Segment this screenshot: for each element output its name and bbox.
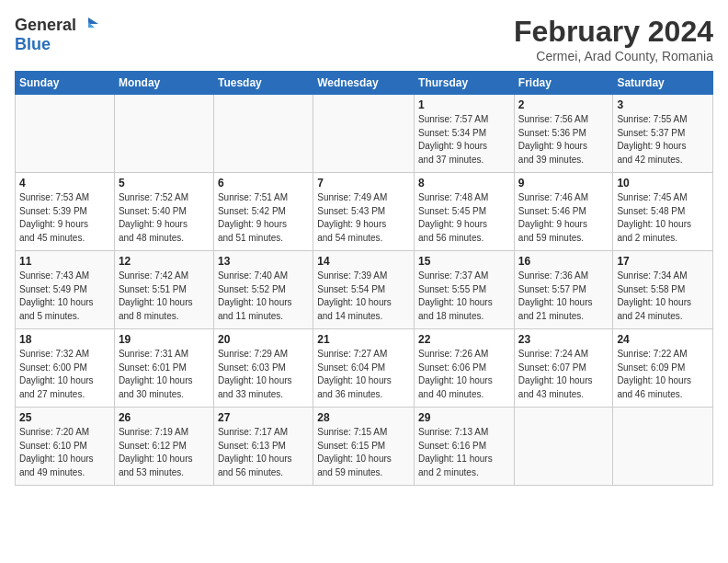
calendar-cell: 11Sunrise: 7:43 AM Sunset: 5:49 PM Dayli… <box>16 251 115 329</box>
day-info: Sunrise: 7:20 AM Sunset: 6:10 PM Dayligh… <box>19 426 110 479</box>
day-number: 10 <box>617 177 709 190</box>
weekday-header-sunday: Sunday <box>16 72 115 95</box>
day-number: 24 <box>617 333 709 346</box>
day-info: Sunrise: 7:49 AM Sunset: 5:43 PM Dayligh… <box>317 191 410 245</box>
calendar-title: February 2024 <box>514 15 713 49</box>
day-info: Sunrise: 7:17 AM Sunset: 6:13 PM Dayligh… <box>218 426 309 479</box>
day-number: 4 <box>19 177 110 190</box>
calendar-cell: 4Sunrise: 7:53 AM Sunset: 5:39 PM Daylig… <box>16 173 115 251</box>
svg-marker-0 <box>88 17 98 24</box>
calendar-cell: 25Sunrise: 7:20 AM Sunset: 6:10 PM Dayli… <box>16 408 115 486</box>
day-number: 6 <box>218 177 309 190</box>
day-number: 23 <box>518 333 609 346</box>
logo-general-text: General <box>15 16 76 35</box>
calendar-cell: 9Sunrise: 7:46 AM Sunset: 5:46 PM Daylig… <box>514 173 613 251</box>
logo-blue-text: Blue <box>15 35 51 54</box>
calendar-cell: 20Sunrise: 7:29 AM Sunset: 6:03 PM Dayli… <box>213 329 313 408</box>
day-info: Sunrise: 7:24 AM Sunset: 6:07 PM Dayligh… <box>518 348 609 401</box>
day-info: Sunrise: 7:27 AM Sunset: 6:04 PM Dayligh… <box>317 348 410 401</box>
day-number: 7 <box>317 177 410 190</box>
day-info: Sunrise: 7:57 AM Sunset: 5:34 PM Dayligh… <box>418 113 510 167</box>
calendar-cell <box>313 95 415 173</box>
calendar-week-3: 11Sunrise: 7:43 AM Sunset: 5:49 PM Dayli… <box>16 251 713 329</box>
day-number: 20 <box>218 333 309 346</box>
day-number: 19 <box>119 333 210 346</box>
day-number: 17 <box>617 255 709 268</box>
day-info: Sunrise: 7:51 AM Sunset: 5:42 PM Dayligh… <box>218 191 309 245</box>
calendar-cell: 22Sunrise: 7:26 AM Sunset: 6:06 PM Dayli… <box>415 329 515 408</box>
day-number: 25 <box>19 411 110 424</box>
day-number: 9 <box>518 177 609 190</box>
day-info: Sunrise: 7:45 AM Sunset: 5:48 PM Dayligh… <box>617 191 709 245</box>
calendar-cell: 5Sunrise: 7:52 AM Sunset: 5:40 PM Daylig… <box>114 173 213 251</box>
day-info: Sunrise: 7:56 AM Sunset: 5:36 PM Dayligh… <box>518 113 609 167</box>
weekday-header-saturday: Saturday <box>613 72 713 95</box>
day-info: Sunrise: 7:37 AM Sunset: 5:55 PM Dayligh… <box>418 270 510 323</box>
day-info: Sunrise: 7:15 AM Sunset: 6:15 PM Dayligh… <box>317 426 410 479</box>
calendar-cell: 12Sunrise: 7:42 AM Sunset: 5:51 PM Dayli… <box>114 251 213 329</box>
day-info: Sunrise: 7:26 AM Sunset: 6:06 PM Dayligh… <box>418 348 510 401</box>
day-number: 2 <box>518 98 609 111</box>
day-info: Sunrise: 7:55 AM Sunset: 5:37 PM Dayligh… <box>617 113 709 167</box>
calendar-cell <box>514 408 613 486</box>
weekday-header-wednesday: Wednesday <box>313 72 415 95</box>
day-number: 12 <box>119 255 210 268</box>
day-number: 11 <box>19 255 110 268</box>
day-number: 18 <box>19 333 110 346</box>
weekday-header-monday: Monday <box>114 72 213 95</box>
day-number: 29 <box>418 411 510 424</box>
calendar-cell: 27Sunrise: 7:17 AM Sunset: 6:13 PM Dayli… <box>213 408 313 486</box>
calendar-cell <box>16 95 115 173</box>
logo: General Blue <box>15 15 98 54</box>
calendar-cell: 7Sunrise: 7:49 AM Sunset: 5:43 PM Daylig… <box>313 173 415 251</box>
day-number: 22 <box>418 333 510 346</box>
day-info: Sunrise: 7:46 AM Sunset: 5:46 PM Dayligh… <box>518 191 609 245</box>
day-number: 21 <box>317 333 410 346</box>
day-info: Sunrise: 7:31 AM Sunset: 6:01 PM Dayligh… <box>119 348 210 401</box>
calendar-cell: 3Sunrise: 7:55 AM Sunset: 5:37 PM Daylig… <box>613 95 713 173</box>
day-number: 1 <box>418 98 510 111</box>
day-info: Sunrise: 7:19 AM Sunset: 6:12 PM Dayligh… <box>119 426 210 479</box>
day-info: Sunrise: 7:13 AM Sunset: 6:16 PM Dayligh… <box>418 426 510 479</box>
day-number: 5 <box>119 177 210 190</box>
day-number: 15 <box>418 255 510 268</box>
calendar-cell: 15Sunrise: 7:37 AM Sunset: 5:55 PM Dayli… <box>415 251 515 329</box>
day-info: Sunrise: 7:42 AM Sunset: 5:51 PM Dayligh… <box>119 270 210 323</box>
weekday-header-row: SundayMondayTuesdayWednesdayThursdayFrid… <box>16 72 713 95</box>
calendar-cell: 2Sunrise: 7:56 AM Sunset: 5:36 PM Daylig… <box>514 95 613 173</box>
day-number: 14 <box>317 255 410 268</box>
day-number: 13 <box>218 255 309 268</box>
calendar-cell: 28Sunrise: 7:15 AM Sunset: 6:15 PM Dayli… <box>313 408 415 486</box>
day-info: Sunrise: 7:34 AM Sunset: 5:58 PM Dayligh… <box>617 270 709 323</box>
calendar-week-2: 4Sunrise: 7:53 AM Sunset: 5:39 PM Daylig… <box>16 173 713 251</box>
calendar-week-4: 18Sunrise: 7:32 AM Sunset: 6:00 PM Dayli… <box>16 329 713 408</box>
weekday-header-tuesday: Tuesday <box>213 72 313 95</box>
day-info: Sunrise: 7:53 AM Sunset: 5:39 PM Dayligh… <box>19 191 110 245</box>
day-info: Sunrise: 7:22 AM Sunset: 6:09 PM Dayligh… <box>617 348 709 401</box>
calendar-cell: 1Sunrise: 7:57 AM Sunset: 5:34 PM Daylig… <box>415 95 515 173</box>
weekday-header-thursday: Thursday <box>415 72 515 95</box>
calendar-week-1: 1Sunrise: 7:57 AM Sunset: 5:34 PM Daylig… <box>16 95 713 173</box>
calendar-cell <box>114 95 213 173</box>
calendar-cell: 18Sunrise: 7:32 AM Sunset: 6:00 PM Dayli… <box>16 329 115 408</box>
day-info: Sunrise: 7:39 AM Sunset: 5:54 PM Dayligh… <box>317 270 410 323</box>
day-info: Sunrise: 7:48 AM Sunset: 5:45 PM Dayligh… <box>418 191 510 245</box>
calendar-cell <box>613 408 713 486</box>
day-info: Sunrise: 7:29 AM Sunset: 6:03 PM Dayligh… <box>218 348 309 401</box>
calendar-subtitle: Cermei, Arad County, Romania <box>514 49 713 63</box>
calendar-cell: 8Sunrise: 7:48 AM Sunset: 5:45 PM Daylig… <box>415 173 515 251</box>
calendar-table: SundayMondayTuesdayWednesdayThursdayFrid… <box>15 71 713 486</box>
day-number: 3 <box>617 98 709 111</box>
calendar-cell: 16Sunrise: 7:36 AM Sunset: 5:57 PM Dayli… <box>514 251 613 329</box>
title-area: February 2024 Cermei, Arad County, Roman… <box>514 15 713 63</box>
day-number: 8 <box>418 177 510 190</box>
calendar-cell: 6Sunrise: 7:51 AM Sunset: 5:42 PM Daylig… <box>213 173 313 251</box>
calendar-cell: 23Sunrise: 7:24 AM Sunset: 6:07 PM Dayli… <box>514 329 613 408</box>
calendar-cell: 29Sunrise: 7:13 AM Sunset: 6:16 PM Dayli… <box>415 408 515 486</box>
calendar-cell: 24Sunrise: 7:22 AM Sunset: 6:09 PM Dayli… <box>613 329 713 408</box>
logo-bird-icon <box>78 15 98 35</box>
day-number: 26 <box>119 411 210 424</box>
day-info: Sunrise: 7:52 AM Sunset: 5:40 PM Dayligh… <box>119 191 210 245</box>
calendar-cell: 13Sunrise: 7:40 AM Sunset: 5:52 PM Dayli… <box>213 251 313 329</box>
weekday-header-friday: Friday <box>514 72 613 95</box>
